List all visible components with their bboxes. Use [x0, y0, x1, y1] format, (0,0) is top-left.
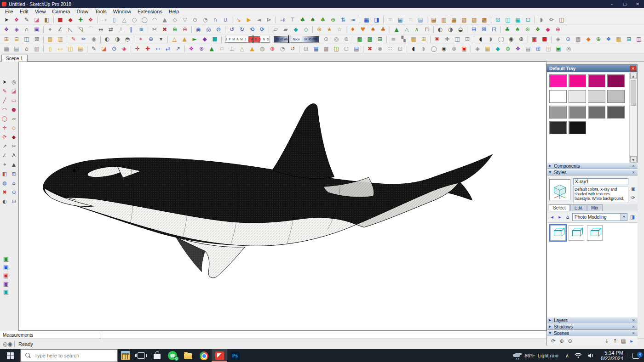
- circle-tool-icon[interactable]: ◯: [0, 114, 9, 123]
- move-tool-icon[interactable]: ✛: [0, 123, 9, 132]
- toolbar-plugin-icon[interactable]: ◗: [419, 45, 429, 53]
- toolbar-plugin-icon[interactable]: ✖: [432, 35, 442, 44]
- search-highlight-icon[interactable]: [118, 349, 133, 362]
- menu-extensions[interactable]: Extensions: [134, 9, 166, 14]
- toolbar-plugin-icon[interactable]: ⊚: [341, 35, 351, 44]
- toolbar-plugin-icon[interactable]: ◎: [564, 45, 574, 53]
- select-tool-icon[interactable]: ➤: [0, 77, 9, 86]
- sketchup-taskbar-icon[interactable]: [212, 349, 227, 362]
- toolbar-plugin-icon[interactable]: ♣: [378, 25, 388, 34]
- tray-section-shadows[interactable]: ▶ Shadows ✕: [547, 323, 638, 330]
- toolbar-plugin-icon[interactable]: ▦: [513, 16, 523, 24]
- toolbar-plugin-icon[interactable]: ⊟: [523, 16, 533, 24]
- toolbar-plugin-icon[interactable]: ⊕: [503, 45, 513, 53]
- profile-lines-icon[interactable]: ≡: [405, 16, 415, 24]
- current-style-thumbnail[interactable]: [549, 179, 570, 200]
- toolbar-plugin-icon[interactable]: ⊞: [624, 35, 634, 44]
- close-section-icon[interactable]: ✕: [631, 325, 636, 329]
- style-thumbnail[interactable]: [550, 225, 566, 241]
- rotate-tool-icon[interactable]: ⟳: [0, 132, 9, 141]
- toolbar-plugin-icon[interactable]: ⊥: [227, 45, 237, 53]
- plugin-cube-icon[interactable]: ▣: [1, 271, 11, 279]
- toolbar-plugin-icon[interactable]: ◈: [553, 35, 563, 44]
- toolbar-plugin-icon[interactable]: ☆: [334, 25, 345, 34]
- toolbar-plugin-icon[interactable]: ⊛: [516, 35, 526, 44]
- toolbar-plugin-icon[interactable]: ✚: [143, 45, 153, 53]
- scene-move-down-icon[interactable]: ↓: [603, 337, 611, 345]
- toolbar-plugin-icon[interactable]: ▾: [156, 35, 166, 44]
- shape-arc-icon[interactable]: ◔: [200, 16, 210, 24]
- toolbar-plugin-icon[interactable]: ◉: [89, 35, 99, 44]
- toolbar-plugin-icon[interactable]: ◗: [536, 16, 546, 24]
- toolbar-plugin-icon[interactable]: ⊕: [146, 35, 156, 44]
- eraser-tool-icon[interactable]: ◪: [32, 16, 42, 24]
- toolbar-plugin-icon[interactable]: ◫: [65, 45, 75, 53]
- eraser-tool-icon[interactable]: ◪: [9, 86, 18, 96]
- toolbar-plugin-icon[interactable]: △: [237, 45, 247, 53]
- measurements-input[interactable]: Measurements: [0, 331, 100, 339]
- toolbar-plugin-icon[interactable]: ◫: [503, 16, 513, 24]
- toolbar-plugin-icon[interactable]: ⊓: [422, 25, 432, 34]
- cad-dimension-icon[interactable]: ↔: [96, 25, 106, 34]
- shape-dome-icon[interactable]: ◠: [150, 16, 160, 24]
- toolbar-plugin-icon[interactable]: ✎: [69, 35, 79, 44]
- orbit-tool-icon[interactable]: ◎: [9, 77, 18, 86]
- toolbar-plugin-icon[interactable]: ◖: [408, 45, 419, 53]
- shape-tube-icon[interactable]: ∩: [210, 16, 220, 24]
- toolbar-plugin-icon[interactable]: ⊚: [213, 25, 224, 34]
- toolbar-plugin-icon[interactable]: ◨: [372, 16, 382, 24]
- toolbar-plugin-icon[interactable]: ◯: [429, 45, 439, 53]
- toolbar-plugin-icon[interactable]: ▤: [351, 45, 362, 53]
- close-button[interactable]: ✕: [631, 0, 644, 8]
- color-swatch[interactable]: [549, 121, 567, 134]
- toolbar-plugin-icon[interactable]: ◫: [634, 35, 644, 44]
- toolbar-plugin-icon[interactable]: ▲: [179, 35, 190, 44]
- toolbar-plugin-icon[interactable]: ⊤: [288, 16, 298, 24]
- make-component-icon[interactable]: ❖: [12, 16, 22, 24]
- toolbar-plugin-icon[interactable]: ⊕: [553, 25, 563, 34]
- toolbar-plugin-icon[interactable]: ▤: [573, 35, 583, 44]
- toolbar-plugin-icon[interactable]: ◐: [102, 35, 112, 44]
- scene-details-icon[interactable]: ▸: [627, 337, 636, 345]
- toolbar-plugin-icon[interactable]: ◫: [22, 35, 32, 44]
- credits-icon[interactable]: ◉: [7, 341, 12, 347]
- menu-view[interactable]: View: [32, 9, 49, 14]
- step-forward-icon[interactable]: ⊳: [264, 16, 274, 24]
- tray-close-icon[interactable]: ✕: [630, 66, 636, 71]
- color-swatch[interactable]: [569, 90, 586, 103]
- toolbar-plugin-icon[interactable]: ▦: [408, 35, 419, 44]
- toolbar-plugin-icon[interactable]: ⊞: [469, 25, 479, 34]
- toolbar-plugin-icon[interactable]: ◉: [506, 35, 516, 44]
- toolbar-plugin-icon[interactable]: ⊟: [341, 45, 351, 53]
- toolbar-plugin-icon[interactable]: ◉: [439, 45, 449, 53]
- menu-file[interactable]: File: [2, 9, 17, 14]
- close-section-icon[interactable]: ✕: [631, 170, 636, 175]
- cad-arc-icon[interactable]: ⌒: [86, 25, 96, 34]
- color-swatch[interactable]: [607, 74, 625, 87]
- toolbar-plugin-icon[interactable]: ▤: [75, 45, 86, 53]
- toolbar-plugin-icon[interactable]: ❖: [1, 25, 12, 34]
- toolbar-plugin-icon[interactable]: ✚: [442, 35, 452, 44]
- toolbar-plugin-icon[interactable]: ▦: [311, 45, 321, 53]
- style-collection-dropdown[interactable]: Photo Modeling ▾: [572, 213, 627, 221]
- toolbar-plugin-icon[interactable]: ◆: [493, 45, 503, 53]
- color-swatch[interactable]: [588, 90, 605, 103]
- toolbar-plugin-icon[interactable]: ⊕: [593, 35, 604, 44]
- orca-model[interactable]: [19, 62, 546, 330]
- task-view-button[interactable]: [133, 349, 149, 362]
- toolbar-plugin-icon[interactable]: ⊡: [489, 25, 499, 34]
- profile-lines-icon[interactable]: ▤: [415, 16, 426, 24]
- shape-box-icon[interactable]: ▭: [99, 16, 109, 24]
- toolbar-plugin-icon[interactable]: ◈: [119, 45, 129, 53]
- toolbar-plugin-icon[interactable]: ◆: [65, 16, 75, 24]
- push-pull-tool-icon[interactable]: ◇: [9, 123, 18, 132]
- toolbar-plugin-icon[interactable]: ⊡: [462, 35, 472, 44]
- toolbar-plugin-icon[interactable]: ▦: [362, 16, 372, 24]
- toolbar-plugin-icon[interactable]: ⊞: [1, 35, 12, 44]
- close-section-icon[interactable]: ✕: [631, 164, 636, 168]
- toolbar-plugin-icon[interactable]: ✏: [546, 16, 557, 24]
- whatsapp-icon[interactable]: 6: [165, 349, 180, 362]
- plugin-cube-icon[interactable]: ▣: [1, 255, 11, 263]
- cut-tool-icon[interactable]: ✂: [9, 141, 18, 151]
- window-tool-icon[interactable]: ▧: [459, 16, 469, 24]
